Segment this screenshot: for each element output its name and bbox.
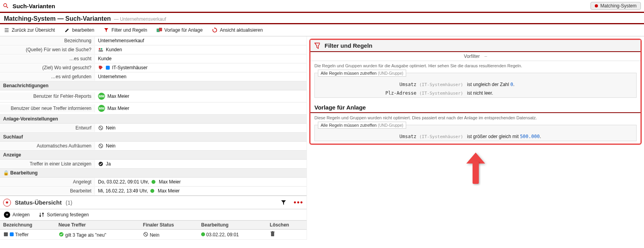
svg-point-0 <box>4 4 7 7</box>
field-value: IT-Systemhäuser <box>95 64 307 72</box>
field-value: MMMax Meier <box>95 104 307 113</box>
breadcrumb-item: — Unternehmensverkauf <box>114 16 166 22</box>
rule-row: Umsatz (IT-Systemhäuser) ist größer oder… <box>315 132 636 141</box>
svg-rect-6 <box>159 28 162 31</box>
group-legend: Alle Regeln müssen zutreffen (UND-Gruppe… <box>318 122 406 129</box>
side-panel: Filter und Regeln Vorfilter– Die Regeln … <box>307 36 644 240</box>
rule-row: Plz-Adresse (IT-Systemhäuser) ist nicht … <box>315 89 636 97</box>
record-icon <box>3 232 9 237</box>
field-label: Entwurf <box>0 124 95 132</box>
sort-button[interactable]: Sortierung festlegen <box>39 212 89 217</box>
svg-line-1 <box>7 7 8 8</box>
field-value: Kunden <box>95 46 307 54</box>
star-icon: ★ <box>3 199 11 207</box>
rule-group: Alle Regeln müssen zutreffen (UND-Gruppe… <box>314 73 637 98</box>
rules-panel: Filter und Regeln Vorfilter– Die Regeln … <box>309 39 642 145</box>
rule-group: Alle Regeln müssen zutreffen (UND-Gruppe… <box>314 125 637 141</box>
more-icon[interactable]: ••• <box>294 198 303 207</box>
section-title-template: Vorlage für Anlage <box>310 100 640 113</box>
funnel-icon <box>314 43 320 49</box>
svg-rect-15 <box>4 232 8 236</box>
field-label: …es sucht <box>0 55 95 63</box>
edit-button[interactable]: bearbeiten <box>64 27 95 33</box>
trash-icon[interactable] <box>270 231 275 237</box>
back-button[interactable]: Zurück zur Übersicht <box>4 27 55 33</box>
col-new[interactable]: Neue Treffer <box>55 221 140 230</box>
no-icon <box>98 143 103 149</box>
page-title: Such-Varianten <box>12 3 55 9</box>
add-button[interactable]: +Anlegen <box>4 212 30 218</box>
users-icon <box>98 47 103 52</box>
no-icon <box>98 125 103 131</box>
svg-rect-2 <box>5 28 9 29</box>
svg-rect-20 <box>271 232 275 232</box>
field-label: Benutzer über neue Treffer informieren <box>0 104 95 112</box>
field-value: Nein <box>95 124 307 132</box>
field-label: …es wird gefunden <box>0 73 95 81</box>
detail-panel: BezeichnungUnternehmensverkauf (Quelle) … <box>0 36 307 240</box>
field-value: Unternehmensverkauf <box>95 37 307 45</box>
hint-text: Die Regeln und Gruppen wurden für die Au… <box>310 61 640 70</box>
template-icon <box>157 27 162 33</box>
blue-dot-icon <box>106 66 110 70</box>
tag-icon <box>98 65 103 70</box>
group-legend: Alle Regeln müssen zutreffen (UND-Gruppe… <box>318 70 406 77</box>
svg-line-11 <box>100 127 102 129</box>
field-label: Angelegt <box>0 178 95 186</box>
field-value: Ja <box>95 160 307 168</box>
col-name[interactable]: Bezeichnung <box>0 221 55 230</box>
table-row[interactable]: Treffer gilt 3 Tage als "neu" Nein 03.02… <box>0 230 307 240</box>
col-edit[interactable]: Bearbeitung <box>198 221 267 230</box>
svg-point-7 <box>99 48 100 50</box>
col-del[interactable]: Löschen <box>267 221 307 230</box>
pencil-icon <box>64 27 70 33</box>
status-header: ★ Status-Übersicht (1) ••• <box>0 196 307 209</box>
field-value: MMMax Meier <box>95 92 307 101</box>
check-icon <box>98 161 103 167</box>
refresh-button[interactable]: Ansicht aktualisieren <box>212 27 263 33</box>
status-dot-icon <box>201 232 205 236</box>
field-label: Automatisches Aufräumen <box>0 142 95 150</box>
panel-title: Filter und Regeln <box>325 42 373 49</box>
section-header-display: Anzeige <box>0 151 307 160</box>
svg-line-18 <box>144 233 147 235</box>
section-header-pref: Anlage-Voreinstellungen <box>0 115 307 124</box>
list-icon <box>4 27 9 33</box>
field-label: Benutzer für Fehler-Reports <box>0 92 95 100</box>
field-value: Unternehmen <box>95 73 307 81</box>
field-value: Do, 03.02.22, 09:01 Uhr, Max Meier <box>95 178 307 186</box>
svg-rect-9 <box>98 50 103 52</box>
svg-line-13 <box>100 145 102 147</box>
svg-rect-19 <box>271 232 274 236</box>
context-badge[interactable]: Matching-System <box>590 2 641 10</box>
avatar: MM <box>98 93 105 100</box>
blue-dot-icon <box>10 232 14 236</box>
record-dot-icon <box>595 4 598 7</box>
field-label: (Ziel) Wo wird gesucht? <box>0 64 95 72</box>
field-label: Bearbeitet <box>0 187 95 195</box>
template-button[interactable]: Vorlage für Anlage <box>157 27 203 33</box>
topbar: Such-Varianten Matching-System <box>0 0 644 13</box>
col-final[interactable]: Finaler Status <box>140 221 198 230</box>
field-value: Kunde <box>95 55 307 63</box>
breadcrumb: Matching-System — Such-Varianten — Unter… <box>0 13 644 24</box>
field-value: Mi, 16.02.22, 13:49 Uhr, Max Meier <box>95 187 307 195</box>
svg-rect-21 <box>272 231 273 232</box>
funnel-icon <box>103 27 109 33</box>
tab-vorfilter[interactable]: Vorfilter– <box>310 52 640 61</box>
sort-icon <box>39 212 45 217</box>
field-label: (Quelle) Für wen ist die Suche? <box>0 46 95 54</box>
no-icon <box>143 232 148 237</box>
svg-rect-3 <box>5 30 9 31</box>
avatar: MM <box>98 105 105 112</box>
field-value: Nein <box>95 142 307 150</box>
plus-icon: + <box>4 212 10 218</box>
section-header-search: Suchlauf <box>0 133 307 142</box>
rules-button[interactable]: Filter und Regeln <box>103 27 147 33</box>
breadcrumb-main: Matching-System — Such-Varianten <box>4 15 111 22</box>
status-table: Bezeichnung Neue Treffer Finaler Status … <box>0 221 307 240</box>
section-header-notif: Benachrichtigungen <box>0 81 307 90</box>
filter-icon[interactable] <box>280 200 286 205</box>
status-actions: +Anlegen Sortierung festlegen <box>0 209 307 221</box>
svg-point-8 <box>101 48 102 50</box>
